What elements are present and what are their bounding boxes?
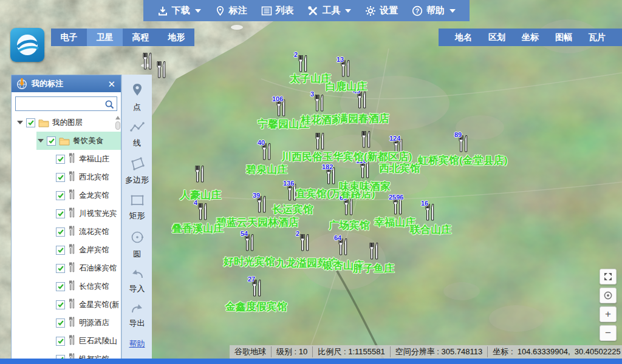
toolbar-item-列表[interactable]: 列表 (261, 5, 294, 16)
zoom-out-button[interactable]: − (600, 325, 617, 341)
tab-卫星[interactable]: 卫星 (87, 29, 123, 46)
tree-leaf-item[interactable]: 巨石武陵山 (12, 332, 121, 350)
help-link[interactable]: 帮助 (129, 339, 145, 349)
tree-node-label: 餐饮美食 (73, 136, 103, 146)
checkbox-checked[interactable] (56, 264, 65, 273)
checkbox-checked[interactable] (56, 337, 65, 346)
tree-scrollbar[interactable] (115, 116, 120, 140)
tree-leaf-item[interactable]: 流花宾馆 (12, 223, 121, 241)
draw-tool-导入[interactable]: 导入 (129, 268, 145, 294)
map-marker[interactable]: 16 (423, 203, 437, 221)
toolbar-item-标注[interactable]: 标注 (215, 5, 247, 16)
expander-icon[interactable] (17, 121, 23, 124)
toolbar-item-工具[interactable]: 工具 (307, 5, 351, 16)
scroll-thumb[interactable] (115, 121, 120, 130)
locate-button[interactable] (600, 288, 617, 303)
map-marker[interactable]: 64 (337, 238, 350, 256)
draw-tool-点[interactable]: 点 (130, 83, 145, 113)
tree-leaf-label: 金星宾馆(新 (79, 300, 120, 310)
checkbox-checked[interactable] (56, 300, 65, 309)
expander-icon[interactable] (38, 139, 44, 143)
map-poi-label: 碧泉山庄 (246, 163, 287, 177)
overlay-button-区划[interactable]: 区划 (488, 32, 505, 43)
checkbox-checked[interactable] (56, 228, 65, 237)
map-marker[interactable]: 54 (243, 234, 256, 252)
draw-tool-圆[interactable]: 圆 (129, 229, 145, 260)
scroll-up-icon[interactable] (115, 116, 120, 120)
map-scale: 比例尺 : 1:1155581 (313, 346, 390, 357)
tree-leaf-label: 明源酒店 (79, 318, 109, 328)
tree-leaf-item[interactable]: 石油缘宾馆 (12, 259, 121, 277)
tree-leaf-item[interactable]: 川视宝光宾 (12, 204, 121, 223)
search-icon[interactable] (104, 99, 115, 110)
map-marker[interactable]: 2 (298, 234, 312, 252)
map-marker[interactable]: 2596 (391, 197, 405, 215)
toolbar-item-设置[interactable]: 设置 (365, 5, 398, 16)
checkbox-checked[interactable] (56, 209, 65, 218)
tree-leaf-item[interactable]: 金岸宾馆 (12, 241, 121, 259)
tree-leaf-item[interactable]: 银都宾馆 (12, 350, 121, 359)
map-marker[interactable] (367, 242, 381, 260)
overlay-button-瓦片[interactable]: 瓦片 (589, 32, 606, 43)
draw-tool-多边形[interactable]: 多边形 (125, 157, 149, 186)
search-input[interactable] (17, 98, 102, 109)
tree-leaf-item[interactable]: 金星宾馆(新 (12, 295, 121, 314)
fullscreen-icon (603, 272, 613, 281)
tree-leaf-label: 西北宾馆 (79, 172, 109, 183)
draw-toolbar: 点线多边形矩形圆导入导出帮助 (121, 75, 152, 359)
checkbox-checked[interactable] (47, 136, 56, 146)
map-marker[interactable]: 89 (457, 135, 470, 153)
tree-leaf-item[interactable]: 金龙宾馆 (12, 186, 121, 204)
toolbar-item-帮助[interactable]: ?帮助 (412, 5, 456, 16)
tab-地形[interactable]: 地形 (159, 29, 194, 46)
tree-leaf-item[interactable]: 幸福山庄 (12, 150, 121, 168)
checkbox-checked[interactable] (56, 282, 65, 291)
map-marker[interactable] (360, 130, 373, 149)
draw-tool-矩形[interactable]: 矩形 (129, 194, 145, 221)
marker-count-badge: 2 (294, 51, 298, 58)
map-marker[interactable] (313, 132, 327, 150)
app-logo[interactable] (10, 28, 44, 62)
map-marker[interactable]: 40 (260, 143, 273, 161)
toolbar-item-label: 下载 (172, 5, 190, 16)
map-marker[interactable] (155, 61, 168, 79)
map-marker[interactable]: 4 (196, 203, 210, 221)
overlay-button-图幅[interactable]: 图幅 (555, 32, 572, 43)
restaurant-icon (68, 226, 76, 238)
map-marker[interactable]: 27 (250, 279, 264, 297)
tree-leaf-item[interactable]: 西北宾馆 (12, 168, 121, 186)
restaurant-icon (68, 353, 76, 359)
point-pin-icon (130, 83, 145, 101)
draw-tool-导出[interactable]: 导出 (129, 302, 145, 329)
checkbox-checked[interactable] (56, 173, 65, 182)
map-marker[interactable]: 3 (313, 94, 326, 112)
tab-电子[interactable]: 电子 (51, 29, 87, 46)
tab-高程[interactable]: 高程 (123, 29, 159, 46)
checkbox-checked[interactable] (56, 155, 65, 164)
checkbox-checked[interactable] (56, 318, 65, 328)
tree-leaf-item[interactable]: 长信宾馆 (12, 277, 121, 295)
overlay-button-地名[interactable]: 地名 (455, 32, 472, 43)
zoom-in-button[interactable]: + (600, 306, 617, 322)
checkbox-checked[interactable] (26, 118, 35, 127)
tree-node-my-layers[interactable]: 我的图层 (12, 113, 121, 132)
overlay-button-坐标[interactable]: 坐标 (522, 32, 539, 43)
panel-header: 我的标注 ✕ (12, 75, 121, 92)
draw-tool-线[interactable]: 线 (129, 121, 145, 149)
tree-node-group-selected[interactable]: 餐饮美食 (36, 132, 121, 150)
map-marker[interactable] (141, 52, 154, 70)
map-marker[interactable]: 39 (255, 195, 268, 214)
fullscreen-button[interactable] (600, 269, 617, 285)
map-marker[interactable]: 13 (339, 59, 352, 78)
map-marker[interactable]: 2 (296, 55, 310, 73)
map-marker[interactable]: 106 (275, 99, 288, 117)
map-marker[interactable] (193, 165, 207, 183)
map-marker[interactable]: 49 (355, 91, 369, 109)
checkbox-checked[interactable] (56, 246, 65, 255)
checkbox-checked[interactable] (56, 191, 65, 200)
toolbar-item-下载[interactable]: 下载 (157, 5, 201, 16)
map-marker[interactable]: 182 (324, 167, 338, 185)
close-icon[interactable]: ✕ (106, 79, 117, 89)
map-poi-label: 太子山庄 (290, 72, 331, 86)
tree-leaf-item[interactable]: 明源酒店 (12, 314, 121, 332)
